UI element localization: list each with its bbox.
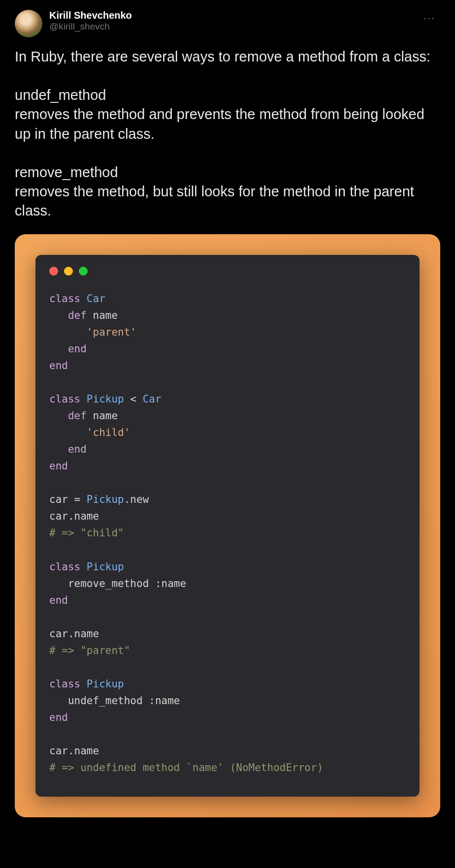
- maximize-icon: [79, 267, 88, 276]
- avatar[interactable]: [15, 10, 42, 37]
- handle[interactable]: @kirill_shevch: [49, 21, 132, 32]
- tweet-header: Kirill Shevchenko @kirill_shevch ···: [15, 10, 440, 37]
- display-name[interactable]: Kirill Shevchenko: [49, 10, 132, 21]
- author-names: Kirill Shevchenko @kirill_shevch: [49, 10, 132, 32]
- tweet-text: In Ruby, there are several ways to remov…: [15, 47, 440, 220]
- close-icon: [49, 267, 58, 276]
- author-block[interactable]: Kirill Shevchenko @kirill_shevch: [15, 10, 132, 37]
- window-controls: [49, 267, 406, 276]
- code-card: class Car def name 'parent' end end clas…: [15, 234, 440, 817]
- code-window: class Car def name 'parent' end end clas…: [35, 255, 420, 796]
- code-content: class Car def name 'parent' end end clas…: [49, 290, 406, 775]
- minimize-icon: [64, 267, 73, 276]
- more-icon[interactable]: ···: [419, 10, 440, 27]
